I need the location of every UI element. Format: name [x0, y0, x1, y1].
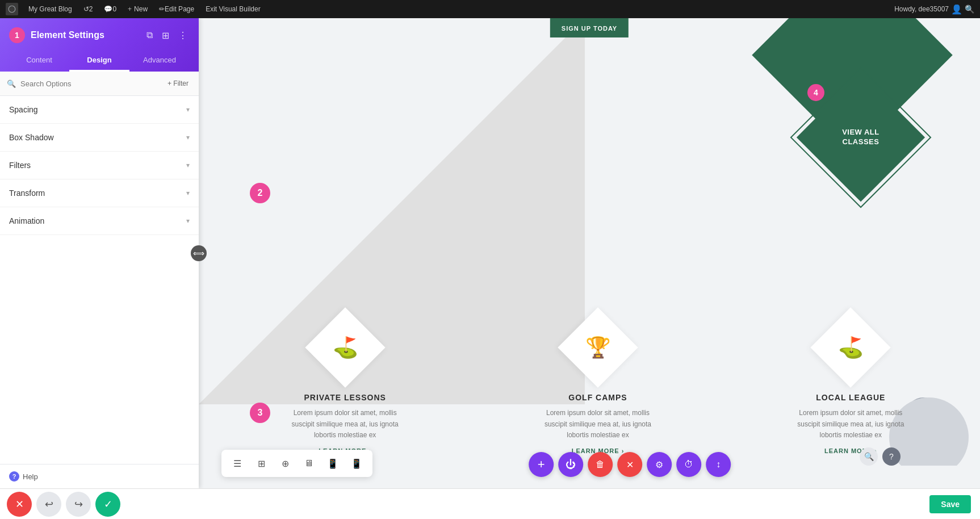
card-2-diamond: 🏆	[558, 308, 638, 388]
signup-bar: SIGN UP TODAY	[550, 18, 629, 37]
card-2-text: Lorem ipsum dolor sit amet, mollis susci…	[535, 408, 660, 441]
card-2-title: GOLF CAMPS	[568, 393, 627, 402]
card-private-lessons: ⛳ PRIVATE LESSONS Lorem ipsum dolor sit …	[227, 313, 463, 454]
canvas-help-btn[interactable]: ?	[882, 447, 901, 466]
section-spacing-header[interactable]: Spacing ▾	[0, 96, 199, 123]
canvas-toolbar: ☰ ⊞ ⊕ 🖥 📱 📱	[221, 450, 372, 477]
sidebar-search: 🔍 + Filter	[0, 72, 199, 96]
toolbar-search-btn[interactable]: ⊕	[275, 453, 295, 474]
sort-float-btn[interactable]: ↕	[706, 452, 731, 477]
undo-button[interactable]: ↩	[36, 492, 61, 517]
admin-bar-right: Howdy, dee35007 👤 🔍	[894, 4, 974, 15]
toolbar-tablet-btn[interactable]: 📱	[323, 453, 343, 474]
section-animation-header[interactable]: Animation ▾	[0, 207, 199, 235]
chevron-down-icon-3: ▾	[186, 161, 190, 169]
wp-logo	[6, 3, 18, 15]
chevron-down-icon-5: ▾	[186, 217, 190, 225]
cards-area: ⛳ PRIVATE LESSONS Lorem ipsum dolor sit …	[227, 313, 969, 454]
card-1-diamond: ⛳	[305, 308, 385, 388]
tab-content[interactable]: Content	[9, 50, 69, 72]
section-filters-label: Filters	[9, 161, 31, 170]
float-buttons-group: + ⏻ 🗑 ✕ ⚙ ⏱ ↕	[529, 452, 731, 477]
layout-icon[interactable]: ⊞	[160, 28, 171, 43]
new-item[interactable]: +New	[123, 0, 152, 18]
exit-builder-item[interactable]: Exit Visual Builder	[201, 0, 265, 18]
card-3-title: LOCAL LEAGUE	[816, 393, 885, 402]
section-filters: Filters ▾	[0, 152, 199, 179]
chevron-down-icon-2: ▾	[186, 133, 190, 141]
section-animation-label: Animation	[9, 216, 44, 225]
section-boxshadow: Box Shadow ▾	[0, 124, 199, 152]
chevron-down-icon: ▾	[186, 106, 190, 114]
redo-button[interactable]: ↪	[66, 492, 91, 517]
section-transform: Transform ▾	[0, 179, 199, 207]
revisions-item[interactable]: ↺ 2	[79, 0, 98, 18]
delete-float-btn[interactable]: 🗑	[588, 452, 613, 477]
comments-item[interactable]: 💬 0	[99, 0, 121, 18]
card-local-league: ⛳ LOCAL LEAGUE Lorem ipsum dolor sit ame…	[733, 313, 969, 454]
flag-icon: ⛳	[838, 336, 864, 359]
trophy-icon: 🏆	[585, 336, 610, 359]
card-1-text: Lorem ipsum dolor sit amet, mollis susci…	[283, 408, 408, 441]
toolbar-monitor-btn[interactable]: 🖥	[299, 453, 319, 474]
card-2-diamond-wrapper: 🏆	[564, 313, 632, 382]
card-1-title: PRIVATE LESSONS	[304, 393, 386, 402]
card-3-diamond-wrapper: ⛳	[816, 313, 885, 382]
card-3-text: Lorem ipsum dolor sit amet, mollis susci…	[788, 408, 913, 441]
filter-button[interactable]: + Filter	[164, 77, 192, 90]
more-icon[interactable]: ⋮	[176, 28, 190, 43]
card-3-diamond: ⛳	[811, 308, 891, 388]
edit-page-item[interactable]: ✏ Edit Page	[154, 0, 199, 18]
sidebar-header-icons: ⧉ ⊞ ⋮	[144, 28, 190, 43]
tab-design[interactable]: Design	[69, 50, 129, 72]
toolbar-grid-btn[interactable]: ⊞	[251, 453, 271, 474]
section-transform-label: Transform	[9, 189, 45, 198]
discard-button[interactable]: ✕	[7, 492, 32, 517]
search-input[interactable]	[20, 79, 160, 88]
section-transform-header[interactable]: Transform ▾	[0, 179, 199, 207]
clock-float-btn[interactable]: ⏱	[676, 452, 701, 477]
sidebar-footer: ? Help	[0, 464, 199, 488]
user-label: Howdy, dee35007	[894, 5, 949, 13]
bottom-bar: ✕ ↩ ↪ ✓ Save	[0, 488, 980, 519]
card-golf-camps: 🏆 GOLF CAMPS Lorem ipsum dolor sit amet,…	[480, 313, 715, 454]
resize-handle[interactable]: ⟺	[191, 245, 207, 261]
golf-pin-icon: ⛳	[332, 336, 358, 359]
user-icon: 👤	[951, 4, 962, 15]
clone-icon[interactable]: ⧉	[144, 28, 155, 43]
power-float-btn[interactable]: ⏻	[558, 452, 583, 477]
sidebar: 1 Element Settings ⧉ ⊞ ⋮ Content Design …	[0, 18, 199, 488]
help-icon: ?	[9, 471, 19, 482]
toolbar-phone-btn[interactable]: 📱	[346, 453, 367, 474]
search-admin-icon[interactable]: 🔍	[965, 5, 974, 14]
confirm-button[interactable]: ✓	[95, 492, 120, 517]
sidebar-title: Element Settings	[31, 30, 104, 40]
badge-4: 4	[807, 84, 824, 101]
section-spacing: Spacing ▾	[0, 96, 199, 124]
element-badge: 1	[9, 27, 25, 43]
close-float-btn[interactable]: ✕	[617, 452, 642, 477]
canvas-search-btn[interactable]: 🔍	[860, 447, 878, 466]
sidebar-title-left: 1 Element Settings	[9, 27, 104, 43]
view-classes-container: 4 VIEW ALLCLASSES	[815, 92, 906, 183]
settings-float-btn[interactable]: ⚙	[647, 452, 672, 477]
badge-3: 3	[250, 403, 270, 423]
sidebar-header: 1 Element Settings ⧉ ⊞ ⋮ Content Design …	[0, 18, 199, 72]
search-icon: 🔍	[7, 79, 16, 88]
sidebar-tabs: Content Design Advanced	[9, 50, 190, 72]
sidebar-sections: Spacing ▾ Box Shadow ▾ Filters ▾ Transfo…	[0, 96, 199, 464]
help-button[interactable]: Help	[23, 472, 38, 481]
main-canvas: SIGN UP TODAY 4 VIEW ALLCLASSES 2 3	[199, 18, 980, 488]
section-spacing-label: Spacing	[9, 105, 38, 114]
site-name[interactable]: My Great Blog	[24, 0, 77, 18]
chevron-down-icon-4: ▾	[186, 189, 190, 197]
section-filters-header[interactable]: Filters ▾	[0, 152, 199, 179]
section-boxshadow-header[interactable]: Box Shadow ▾	[0, 124, 199, 151]
signup-text: SIGN UP TODAY	[562, 25, 617, 32]
add-float-btn[interactable]: +	[529, 452, 554, 477]
card-1-diamond-wrapper: ⛳	[311, 313, 379, 382]
section-boxshadow-label: Box Shadow	[9, 133, 54, 142]
toolbar-menu-btn[interactable]: ☰	[227, 453, 248, 474]
tab-advanced[interactable]: Advanced	[129, 50, 190, 72]
save-button[interactable]: Save	[929, 495, 971, 513]
